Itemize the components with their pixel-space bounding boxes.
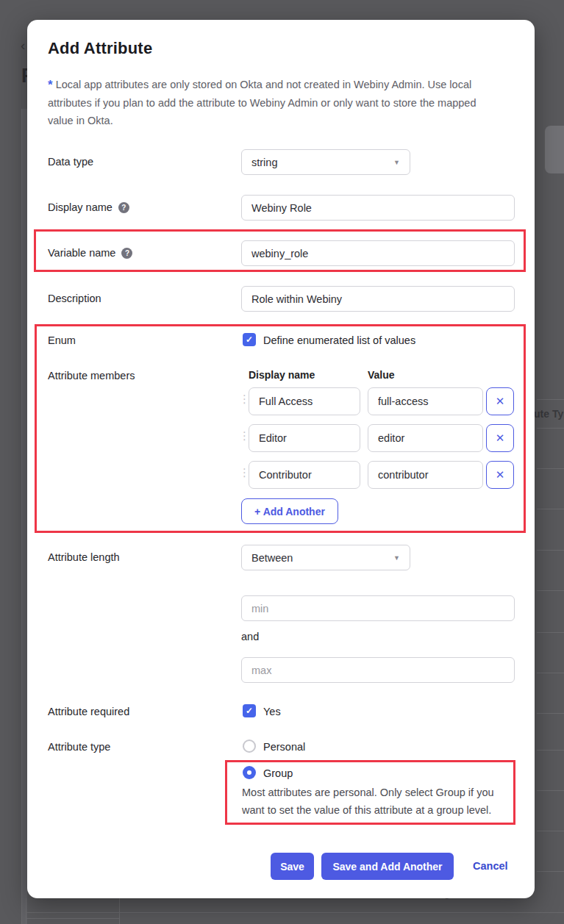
- description-label: Description: [48, 293, 101, 304]
- remove-member-button[interactable]: ✕: [486, 424, 514, 452]
- back-chevron-icon: ‹: [21, 37, 25, 54]
- cancel-button[interactable]: Cancel: [468, 859, 513, 873]
- attribute-length-value: Between: [251, 552, 293, 564]
- group-radio-label: Group: [263, 767, 293, 779]
- close-icon: ✕: [496, 431, 505, 445]
- background-row-line: [537, 550, 564, 551]
- member-value-input[interactable]: [368, 461, 483, 489]
- background-panel-strip: [22, 109, 27, 924]
- background-table-line: [26, 918, 119, 919]
- data-type-select[interactable]: string ▼: [241, 149, 410, 175]
- member-value-input[interactable]: [368, 424, 483, 452]
- background-table-line: [26, 912, 564, 913]
- close-icon: ✕: [496, 468, 505, 481]
- modal-title: Add Attribute: [48, 39, 152, 58]
- data-type-label: Data type: [48, 156, 93, 168]
- variable-name-label: Variable name ?: [48, 247, 132, 259]
- add-another-member-button[interactable]: + Add Another: [241, 498, 338, 524]
- save-and-add-another-button[interactable]: Save and Add Another: [321, 853, 454, 880]
- background-row-line: [537, 590, 564, 591]
- attribute-members-label: Attribute members: [48, 370, 135, 382]
- enum-checkbox-label: Define enumerated list of values: [263, 334, 415, 346]
- attribute-required-checkbox[interactable]: ✓: [243, 704, 256, 717]
- remove-member-button[interactable]: ✕: [486, 387, 514, 415]
- enum-checkbox[interactable]: ✓: [243, 333, 256, 346]
- background-row-line: [537, 831, 564, 831]
- close-icon: ✕: [496, 395, 505, 408]
- background-card-partial: [545, 126, 564, 173]
- background-row-line: [537, 399, 564, 400]
- remove-member-button[interactable]: ✕: [486, 461, 514, 489]
- and-label: and: [241, 631, 259, 642]
- column-header-display-name: Display name: [249, 369, 315, 381]
- member-row: [249, 461, 360, 489]
- background-table-line: [26, 898, 26, 924]
- member-display-name-input[interactable]: [249, 461, 360, 489]
- help-icon[interactable]: ?: [121, 248, 132, 259]
- display-name-input[interactable]: [241, 195, 515, 221]
- variable-name-input[interactable]: [241, 240, 515, 266]
- member-row: [249, 424, 360, 452]
- member-display-name-input[interactable]: [249, 387, 360, 415]
- attribute-type-label: Attribute type: [48, 741, 110, 753]
- background-row-line: [537, 713, 564, 714]
- group-description: Most attributes are personal. Only selec…: [242, 784, 517, 819]
- background-row-line: [537, 871, 564, 872]
- member-value-input[interactable]: [368, 387, 483, 415]
- chevron-down-icon: ▼: [393, 554, 400, 562]
- description-input[interactable]: [241, 286, 515, 312]
- group-radio[interactable]: [243, 766, 256, 779]
- attribute-required-checkbox-label: Yes: [263, 706, 281, 717]
- background-table-line: [119, 898, 120, 924]
- background-column-header-partial: ute Typ: [534, 408, 564, 420]
- personal-radio-label: Personal: [263, 741, 305, 753]
- attribute-required-label: Attribute required: [48, 706, 129, 717]
- background-row-line: [537, 509, 564, 509]
- required-asterisk-icon: *: [48, 78, 53, 92]
- max-length-input[interactable]: [241, 657, 515, 683]
- display-name-label: Display name ?: [48, 201, 129, 213]
- column-header-value: Value: [368, 369, 395, 381]
- background-row-line: [537, 468, 564, 469]
- background-row-line: [537, 673, 564, 673]
- personal-radio[interactable]: [243, 739, 256, 753]
- member-row: [249, 387, 360, 415]
- background-row-line: [537, 428, 564, 429]
- modal-intro: Local app attributes are only stored on …: [48, 79, 476, 126]
- modal-intro-text: *Local app attributes are only stored on…: [48, 76, 498, 129]
- check-icon: ✓: [246, 334, 253, 345]
- member-display-name-input[interactable]: [249, 424, 360, 452]
- min-length-input[interactable]: [241, 595, 515, 621]
- save-button[interactable]: Save: [271, 853, 314, 880]
- check-icon: ✓: [246, 706, 253, 716]
- chevron-down-icon: ▼: [393, 159, 400, 166]
- enum-label: Enum: [48, 334, 76, 346]
- background-row-line: [537, 750, 564, 751]
- background-row-line: [537, 790, 564, 791]
- add-attribute-modal: Add Attribute *Local app attributes are …: [27, 20, 535, 898]
- attribute-length-select[interactable]: Between ▼: [241, 545, 410, 570]
- help-icon[interactable]: ?: [118, 202, 129, 213]
- data-type-value: string: [251, 157, 277, 168]
- attribute-length-label: Attribute length: [48, 551, 120, 563]
- background-row-line: [537, 632, 564, 633]
